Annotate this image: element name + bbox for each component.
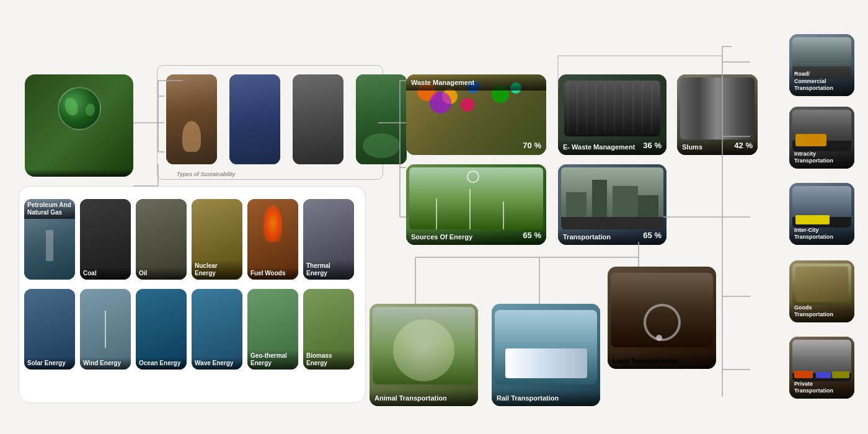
biomass-label: Biomass Energy xyxy=(303,350,354,370)
land-trans-label: Land Transportation xyxy=(608,353,716,369)
geo-label: Geo-thermal Energy xyxy=(247,350,298,370)
thermal-label: Thermal Energy xyxy=(303,260,354,280)
nuclear-label: Nuclear Energy xyxy=(192,260,242,280)
waste-label: Waste Management xyxy=(406,74,546,91)
social-card: Social xyxy=(229,74,280,164)
sustainability-label xyxy=(25,169,133,177)
slums-card: Slums 42 % xyxy=(677,74,758,155)
biomass-card: Biomass Energy xyxy=(303,289,354,370)
goods-card: GoodsTransportation xyxy=(789,260,854,322)
coal-card: Coal xyxy=(80,199,131,280)
road-label: Road/CommercialTransportation xyxy=(789,67,854,96)
ocean-card: Ocean Energy xyxy=(136,289,187,370)
private-card: PrivateTransportation xyxy=(789,337,854,399)
fuel-card: Fuel Woods xyxy=(247,199,298,280)
rail-transportation-card: Rail Transportation xyxy=(492,304,600,406)
petroleum-card: Petroleum And Natural Gas xyxy=(24,199,75,280)
intracity-label: IntracityTransportation xyxy=(789,147,854,169)
solar-label: Solar Energy xyxy=(24,357,75,370)
nuclear-card: Nuclear Energy xyxy=(192,199,242,280)
thermal-card: Thermal Energy xyxy=(303,199,354,280)
ewaste-card: E- Waste Management 36 % xyxy=(558,74,666,155)
wind-card: Wind Energy xyxy=(80,289,131,370)
human-card: Human xyxy=(166,74,217,164)
animal-trans-label: Animal Transportation xyxy=(370,390,478,406)
intercity-card: Inter-CityTransportation xyxy=(789,183,854,245)
wind-label: Wind Energy xyxy=(80,357,131,370)
slums-pct: 42 % xyxy=(734,141,753,150)
environmental-card: Environmental xyxy=(356,74,407,164)
intercity-label: Inter-CityTransportation xyxy=(789,223,854,245)
solar-card: Solar Energy xyxy=(24,289,75,370)
animal-transportation-card: Animal Transportation xyxy=(370,304,478,406)
transportation-pct: 65 % xyxy=(643,231,662,240)
sustainability-card xyxy=(25,74,133,177)
private-label: PrivateTransportation xyxy=(789,377,854,399)
road-commercial-card: Road/CommercialTransportation xyxy=(789,34,854,96)
oil-card: Oil xyxy=(136,199,187,280)
energy-section: Petroleum And Natural Gas Coal Oil Nucle… xyxy=(19,186,366,403)
economic-card: Economic xyxy=(293,74,343,164)
waste-management-card: Waste Management 70 % xyxy=(406,74,546,155)
land-transportation-card: Land Transportation xyxy=(608,267,716,369)
coal-label: Coal xyxy=(80,267,131,280)
goods-label: GoodsTransportation xyxy=(789,301,854,322)
geo-card: Geo-thermal Energy xyxy=(247,289,298,370)
rail-trans-label: Rail Transportation xyxy=(492,390,600,406)
ocean-label: Ocean Energy xyxy=(136,357,187,370)
wave-label: Wave Energy xyxy=(192,357,242,370)
intracity-card: IntracityTransportation xyxy=(789,107,854,169)
transportation-main-card: Transportation 65 % xyxy=(558,164,666,245)
sources-pct: 65 % xyxy=(523,231,541,240)
ewaste-pct: 36 % xyxy=(643,141,662,150)
fuel-label: Fuel Woods xyxy=(247,267,298,280)
waste-pct: 70 % xyxy=(523,141,541,150)
sources-energy-card: Sources Of Energy 65 % xyxy=(406,164,546,245)
petroleum-label: Petroleum And Natural Gas xyxy=(24,199,75,219)
oil-label: Oil xyxy=(136,267,187,280)
wave-card: Wave Energy xyxy=(192,289,242,370)
